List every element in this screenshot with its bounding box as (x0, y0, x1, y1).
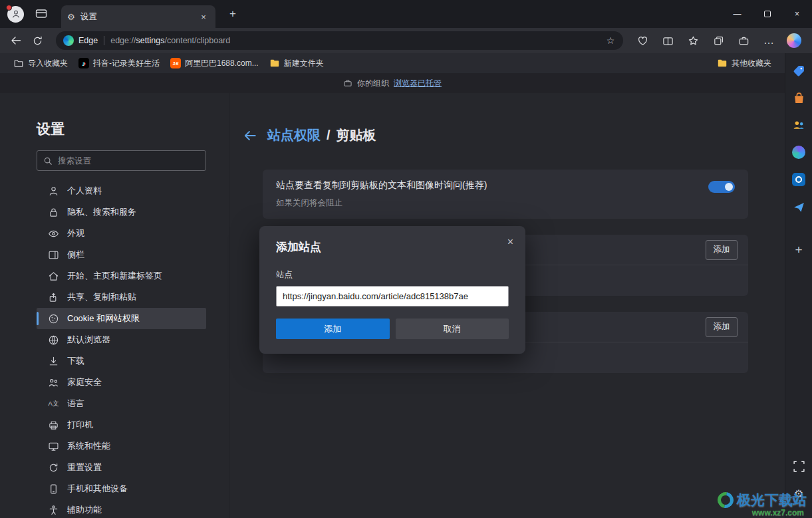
share-icon (48, 292, 59, 303)
url-text: edge://settings/content/clipboard (110, 36, 230, 45)
favorite-alibaba[interactable]: 16 阿里巴巴1688.com... (165, 55, 264, 71)
clipboard-ask-card: 站点要查看复制到剪贴板的文本和图像时询问(推荐) 如果关闭将会阻止 (263, 170, 748, 219)
outlook-icon[interactable] (791, 172, 807, 188)
accessibility-icon (48, 505, 59, 516)
sidebar-item-reset-settings[interactable]: 重置设置 (37, 457, 206, 478)
edge-sidebar-rail: + ⚙ (785, 53, 812, 518)
ask-setting-title: 站点要查看复制到剪贴板的文本和图像时询问(推荐) (276, 180, 487, 192)
performance-icon (48, 441, 59, 452)
tab-close-icon[interactable]: × (198, 12, 209, 22)
site-url-input[interactable] (276, 286, 509, 307)
sidebar-item-downloads[interactable]: 下载 (37, 350, 206, 372)
settings-gear-icon: ⚙ (67, 12, 75, 22)
more-menu-button[interactable]: … (756, 30, 781, 51)
managed-link[interactable]: 浏览器已托管 (394, 78, 442, 89)
brand-label: Edge (78, 36, 98, 45)
settings-title: 设置 (37, 120, 229, 138)
profile-avatar[interactable] (7, 6, 24, 23)
toolbar-icons: … (630, 30, 807, 51)
reset-icon (48, 462, 59, 473)
split-screen-icon[interactable] (655, 30, 680, 51)
page-title: 剪贴板 (337, 126, 376, 144)
browser-tab-settings[interactable]: ⚙ 设置 × (61, 5, 215, 28)
appearance-icon (48, 228, 59, 239)
shopping-bag-icon[interactable] (791, 90, 807, 106)
add-sidebar-item-icon[interactable]: + (791, 242, 807, 258)
close-button[interactable]: × (782, 0, 812, 28)
other-favorites-button[interactable]: 其他收藏夹 (712, 55, 777, 71)
breadcrumb-site-permissions[interactable]: 站点权限 (267, 126, 321, 144)
favorite-douyin[interactable]: ♪ 抖音-记录美好生活 (73, 55, 165, 71)
browser-toolbar: Edge edge://settings/content/clipboard ☆… (0, 28, 812, 53)
copilot-icon[interactable] (781, 30, 807, 51)
allow-add-button[interactable]: 添加 (706, 240, 738, 260)
screenshot-icon[interactable] (791, 458, 807, 474)
search-icon (43, 156, 53, 166)
maximize-icon (764, 11, 771, 17)
settings-nav-list: 个人资料 隐私、搜索和服务 外观 侧栏 (37, 180, 229, 518)
sidebar-item-languages[interactable]: A文 语言 (37, 393, 206, 414)
collections-icon[interactable] (706, 30, 731, 51)
alibaba-icon: 16 (170, 58, 181, 68)
dialog-title: 添加站点 (276, 239, 509, 255)
sidebar-item-profile[interactable]: 个人资料 (37, 180, 206, 201)
games-icon[interactable] (791, 144, 807, 160)
favorite-star-icon[interactable]: ☆ (602, 35, 619, 46)
import-favorites-icon (13, 58, 24, 68)
breadcrumb-separator: / (327, 128, 331, 143)
sidebar-settings-gear-icon[interactable]: ⚙ (791, 485, 807, 501)
ask-setting-subtitle: 如果关闭将会阻止 (276, 197, 487, 209)
sidebar-item-share-copy-paste[interactable]: 共享、复制和粘贴 (37, 287, 206, 308)
lock-icon (48, 207, 59, 218)
back-arrow-icon[interactable] (243, 128, 257, 143)
phone-icon (48, 483, 59, 495)
sidebar-item-system-performance[interactable]: 系统和性能 (37, 436, 206, 457)
favorites-import-button[interactable]: 导入收藏夹 (8, 55, 73, 71)
browser-essentials-icon[interactable] (630, 30, 655, 51)
sidebar-item-appearance[interactable]: 外观 (37, 223, 206, 244)
printer-icon (48, 420, 59, 431)
minimize-button[interactable]: — (722, 0, 752, 28)
sidebar-item-start-home[interactable]: 开始、主页和新建标签页 (37, 265, 206, 287)
sidebar-item-cookies-permissions[interactable]: Cookie 和网站权限 (37, 308, 206, 329)
block-add-button[interactable]: 添加 (706, 317, 738, 337)
favorite-new-folder[interactable]: 新建文件夹 (264, 55, 329, 71)
yellow-folder-icon (717, 58, 728, 68)
sidebar-item-phone-devices[interactable]: 手机和其他设备 (37, 478, 206, 499)
favorites-bar: 导入收藏夹 ♪ 抖音-记录美好生活 16 阿里巴巴1688.com... 新建文… (0, 53, 785, 73)
search-input[interactable] (58, 156, 200, 166)
dialog-cancel-button[interactable]: 取消 (396, 319, 509, 339)
breadcrumb: 站点权限 / 剪贴板 (243, 126, 785, 144)
family-icon (48, 377, 59, 388)
address-bar[interactable]: Edge edge://settings/content/clipboard ☆ (56, 31, 623, 50)
sidebar-item-sidebar[interactable]: 侧栏 (37, 244, 206, 265)
refresh-button[interactable] (27, 30, 48, 51)
sidebar-item-accessibility[interactable]: 辅助功能 (37, 499, 206, 518)
sidebar-item-family-safety[interactable]: 家庭安全 (37, 372, 206, 393)
new-tab-button[interactable]: + (225, 7, 241, 21)
banner-text: 你的组织 (357, 78, 389, 89)
cookie-icon (48, 313, 59, 324)
tab-title: 设置 (80, 11, 198, 23)
drop-icon[interactable] (791, 199, 807, 215)
clipboard-ask-toggle[interactable] (708, 181, 735, 193)
shopping-tag-icon[interactable] (791, 63, 807, 78)
notification-badge (6, 5, 12, 11)
sidebar-item-printers[interactable]: 打印机 (37, 414, 206, 436)
briefcase-icon (343, 78, 352, 88)
settings-search[interactable] (37, 150, 206, 171)
site-field-label: 站点 (276, 269, 509, 281)
sidebar-item-privacy[interactable]: 隐私、搜索和服务 (37, 201, 206, 223)
window-titlebar: ⚙ 设置 × + — × (0, 0, 812, 28)
managed-briefcase-icon[interactable] (731, 30, 756, 51)
sidebar-item-default-browser[interactable]: 默认浏览器 (37, 329, 206, 350)
favorites-icon[interactable] (680, 30, 706, 51)
people-icon[interactable] (791, 117, 807, 133)
globe-icon (48, 334, 59, 346)
dialog-close-icon[interactable]: × (505, 233, 516, 251)
settings-sidebar: 设置 个人资料 隐私、搜索和服务 外观 (0, 93, 229, 518)
dialog-add-button[interactable]: 添加 (276, 319, 390, 339)
maximize-button[interactable] (752, 0, 782, 28)
workspaces-icon[interactable] (35, 7, 48, 21)
back-button[interactable] (5, 30, 27, 51)
